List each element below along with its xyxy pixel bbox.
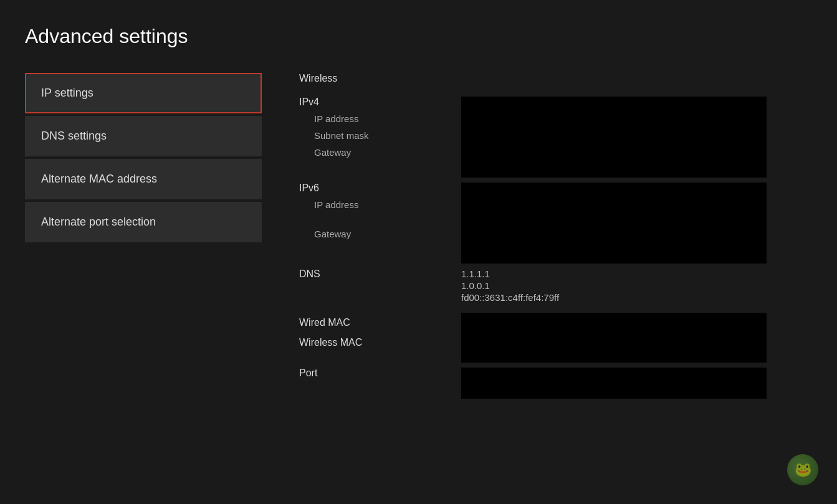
sidebar-item-alternate-mac[interactable]: Alternate MAC address (25, 159, 262, 199)
page-container: Advanced settings IP settings DNS settin… (0, 0, 837, 504)
ipv4-value-box (461, 97, 767, 178)
ipv4-header: IPv4 (299, 97, 461, 108)
wireless-mac-label: Wireless MAC (299, 333, 461, 353)
ipv6-header: IPv6 (299, 183, 461, 194)
wired-mac-label: Wired MAC (299, 313, 461, 333)
ipv6-labels: IPv6 IP address Gateway (299, 183, 461, 264)
mac-block: Wired MAC Wireless MAC (299, 313, 812, 363)
sidebar-item-label-mac: Alternate MAC address (41, 173, 157, 185)
wireless-row: Wireless (299, 73, 812, 89)
port-label: Port (299, 368, 461, 379)
ipv6-ip-address: IP address (299, 196, 461, 213)
ipv6-value-box (461, 183, 767, 264)
content-area: IP settings DNS settings Alternate MAC a… (25, 73, 812, 479)
watermark-icon: 🐸 (787, 454, 818, 485)
mac-value-box (461, 313, 767, 363)
sidebar-item-label-ip: IP settings (41, 87, 93, 99)
wireless-label: Wireless (299, 73, 812, 84)
dns-label: DNS (299, 269, 461, 280)
details-panel: Wireless IPv4 IP address Subnet mask Gat… (299, 73, 812, 479)
ipv4-labels: IPv4 IP address Subnet mask Gateway (299, 97, 461, 178)
sidebar-item-label-port: Alternate port selection (41, 216, 156, 228)
ipv4-subnet-mask: Subnet mask (299, 127, 461, 144)
sidebar-item-dns-settings[interactable]: DNS settings (25, 116, 262, 156)
sidebar-item-ip-settings[interactable]: IP settings (25, 73, 262, 113)
ipv6-block: IPv6 IP address Gateway (299, 183, 812, 264)
sidebar-item-alternate-port[interactable]: Alternate port selection (25, 202, 262, 242)
ipv4-block: IPv4 IP address Subnet mask Gateway (299, 97, 812, 178)
watermark: 🐸 (787, 454, 825, 492)
sidebar: IP settings DNS settings Alternate MAC a… (25, 73, 262, 479)
ipv4-ip-address: IP address (299, 110, 461, 127)
port-value-box (461, 368, 767, 399)
dns-value-3: fd00::3631:c4ff:fef4:79ff (461, 292, 559, 303)
sidebar-item-label-dns: DNS settings (41, 130, 107, 142)
dns-values: 1.1.1.1 1.0.0.1 fd00::3631:c4ff:fef4:79f… (461, 269, 559, 303)
ipv6-gateway: Gateway (299, 226, 461, 242)
page-title: Advanced settings (25, 25, 812, 48)
ipv4-gateway: Gateway (299, 144, 461, 161)
dns-value-1: 1.1.1.1 (461, 269, 559, 279)
port-row: Port (299, 368, 812, 399)
dns-value-2: 1.0.0.1 (461, 280, 559, 291)
mac-labels: Wired MAC Wireless MAC (299, 313, 461, 363)
dns-row: DNS 1.1.1.1 1.0.0.1 fd00::3631:c4ff:fef4… (299, 269, 812, 303)
